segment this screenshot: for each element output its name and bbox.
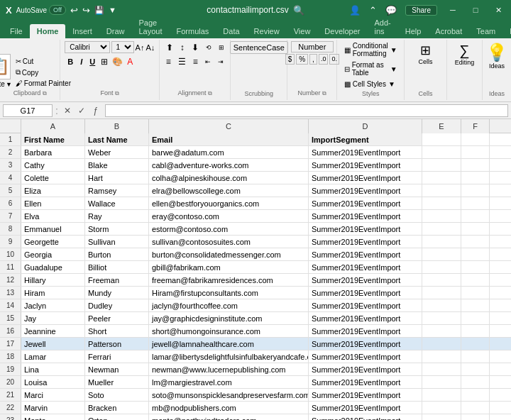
indent-decrease-button[interactable]: ⇤ xyxy=(202,55,214,68)
cell-d2[interactable]: Summer2019EventImport xyxy=(309,146,422,158)
cell-c1[interactable]: Email xyxy=(149,133,309,145)
cell-a14[interactable]: Jaclyn xyxy=(21,299,85,311)
cell-e11[interactable] xyxy=(422,261,461,273)
cell-d21[interactable]: Summer2019EventImport xyxy=(309,389,422,401)
cell-b5[interactable]: Ramsey xyxy=(85,184,149,197)
border-icon[interactable]: ⊞ xyxy=(99,56,109,67)
table-row[interactable]: 19 Lina Newman newman@www.lucernepublish… xyxy=(0,363,511,376)
cell-d20[interactable]: Summer2019EventImport xyxy=(309,376,422,388)
cell-e12[interactable] xyxy=(422,274,461,286)
cell-d9[interactable]: Summer2019EventImport xyxy=(309,236,422,248)
table-row[interactable]: 6 Ellen Wallace ellen@bestforyouorganics… xyxy=(0,197,511,210)
cell-f7[interactable] xyxy=(461,210,490,222)
table-row[interactable]: 8 Emmanuel Storm estorm@contoso.com Summ… xyxy=(0,223,511,236)
tab-team[interactable]: Team xyxy=(469,24,502,38)
cell-a6[interactable]: Ellen xyxy=(21,197,85,209)
align-left-button[interactable]: ≡ xyxy=(163,55,174,68)
redo-icon[interactable]: ↪ xyxy=(82,5,90,16)
editing-button[interactable]: ∑ Editing xyxy=(449,41,480,67)
cell-e5[interactable] xyxy=(422,184,461,197)
increase-font-icon[interactable]: A↑ xyxy=(136,43,145,52)
fill-color-icon[interactable]: 🎨 xyxy=(111,56,124,67)
cell-e15[interactable] xyxy=(422,312,461,324)
cell-d10[interactable]: Summer2019EventImport xyxy=(309,248,422,260)
cell-a7[interactable]: Elva xyxy=(21,210,85,222)
tab-insert[interactable]: Insert xyxy=(65,24,99,38)
tab-redirectic[interactable]: Redirectic… xyxy=(502,24,511,38)
table-row[interactable]: 1 First Name Last Name Email ImportSegme… xyxy=(0,133,511,146)
cell-d14[interactable]: Summer2019EventImport xyxy=(309,299,422,311)
cell-e21[interactable] xyxy=(422,389,461,401)
cell-a13[interactable]: Hiram xyxy=(21,287,85,299)
cell-d17[interactable]: Summer2019EventImport xyxy=(309,338,422,350)
account-icon[interactable]: 👤 xyxy=(349,5,361,16)
cell-d13[interactable]: Summer2019EventImport xyxy=(309,287,422,299)
cell-b23[interactable]: Orton xyxy=(85,414,149,420)
cell-c16[interactable]: short@humongoinsurance.com xyxy=(149,325,309,337)
conditional-formatting-dropdown[interactable]: ▼ xyxy=(390,46,397,54)
alignment-expand-icon[interactable]: ⧉ xyxy=(208,90,212,96)
cell-a5[interactable]: Eliza xyxy=(21,184,85,197)
cell-b17[interactable]: Patterson xyxy=(85,338,149,350)
cell-f14[interactable] xyxy=(461,299,490,311)
cell-a15[interactable]: Jay xyxy=(21,312,85,324)
cell-b15[interactable]: Peeler xyxy=(85,312,149,324)
font-size-select[interactable]: 11 xyxy=(111,41,134,53)
insert-function-button[interactable]: ƒ xyxy=(89,106,102,116)
cell-c2[interactable]: barwe@adatum.com xyxy=(149,146,309,158)
table-row[interactable]: 4 Colette Hart colha@alpineskihouse.com … xyxy=(0,172,511,184)
tab-view[interactable]: View xyxy=(287,24,318,38)
cell-e10[interactable] xyxy=(422,248,461,260)
tab-page-layout[interactable]: Page Layout xyxy=(131,16,169,38)
cell-f17[interactable] xyxy=(461,338,490,350)
col-header-a[interactable]: A xyxy=(21,119,85,133)
cell-a17[interactable]: Jewell xyxy=(21,338,85,350)
cell-a3[interactable]: Cathy xyxy=(21,159,85,171)
cell-c18[interactable]: lamar@libertysdelightfulsinfulbakeryandc… xyxy=(149,350,309,363)
share-btn[interactable]: Share xyxy=(405,5,437,16)
cells-button[interactable]: ⊞ Cells xyxy=(414,41,436,67)
table-row[interactable]: 2 Barbara Weber barwe@adatum.com Summer2… xyxy=(0,146,511,159)
table-row[interactable]: 21 Marci Soto soto@munsonspicklesandpres… xyxy=(0,389,511,402)
cell-f11[interactable] xyxy=(461,261,490,273)
cell-a21[interactable]: Marci xyxy=(21,389,85,401)
cell-f1[interactable] xyxy=(461,133,490,145)
cancel-formula-button[interactable]: ✕ xyxy=(61,106,74,116)
cell-styles-dropdown[interactable]: ▼ xyxy=(388,80,395,88)
cell-e17[interactable] xyxy=(422,338,461,350)
cell-a18[interactable]: Lamar xyxy=(21,350,85,363)
table-row[interactable]: 22 Marvin Bracken mb@nodpublishers.com S… xyxy=(0,402,511,414)
table-row[interactable]: 14 Jaclyn Dudley jaclyn@fourthcoffee.com… xyxy=(0,299,511,312)
cell-e8[interactable] xyxy=(422,223,461,235)
close-button[interactable]: ✕ xyxy=(491,3,505,17)
col-header-f[interactable]: F xyxy=(461,119,490,133)
cell-f9[interactable] xyxy=(461,236,490,248)
decimal-increase-button[interactable]: .0 xyxy=(319,54,329,65)
ideas-button[interactable]: 💡 Ideas xyxy=(480,41,511,71)
cell-b9[interactable]: Sullivan xyxy=(85,236,149,248)
cell-c20[interactable]: lm@margiestravel.com xyxy=(149,376,309,388)
cell-b4[interactable]: Hart xyxy=(85,172,149,184)
cell-a2[interactable]: Barbara xyxy=(21,146,85,158)
italic-button[interactable]: I xyxy=(77,56,85,67)
cell-e20[interactable] xyxy=(422,376,461,388)
cell-d18[interactable]: Summer2019EventImport xyxy=(309,350,422,363)
cell-c3[interactable]: cabl@adventure-works.com xyxy=(149,159,309,171)
table-row[interactable]: 9 Georgette Sullivan sullivan@contososui… xyxy=(0,236,511,248)
cell-f3[interactable] xyxy=(461,159,490,171)
cell-b11[interactable]: Billiot xyxy=(85,261,149,273)
cell-c14[interactable]: jaclyn@fourthcoffee.com xyxy=(149,299,309,311)
paste-button[interactable]: 📋 xyxy=(0,54,11,79)
table-row[interactable]: 15 Jay Peeler jay@graphicdesigninstitute… xyxy=(0,312,511,325)
table-row[interactable]: 3 Cathy Blake cabl@adventure-works.com S… xyxy=(0,159,511,172)
cell-f6[interactable] xyxy=(461,197,490,209)
cell-b2[interactable]: Weber xyxy=(85,146,149,158)
cell-c21[interactable]: soto@munsonspicklesandpreservesfarm.com xyxy=(149,389,309,401)
table-row[interactable]: 17 Jewell Patterson jewell@lamnahealthca… xyxy=(0,338,511,350)
cell-d3[interactable]: Summer2019EventImport xyxy=(309,159,422,171)
cell-e13[interactable] xyxy=(422,287,461,299)
bold-button[interactable]: B xyxy=(65,56,76,67)
cell-b7[interactable]: Ray xyxy=(85,210,149,222)
cell-a11[interactable]: Guadalupe xyxy=(21,261,85,273)
cell-c13[interactable]: Hiram@firstupconsultants.com xyxy=(149,287,309,299)
